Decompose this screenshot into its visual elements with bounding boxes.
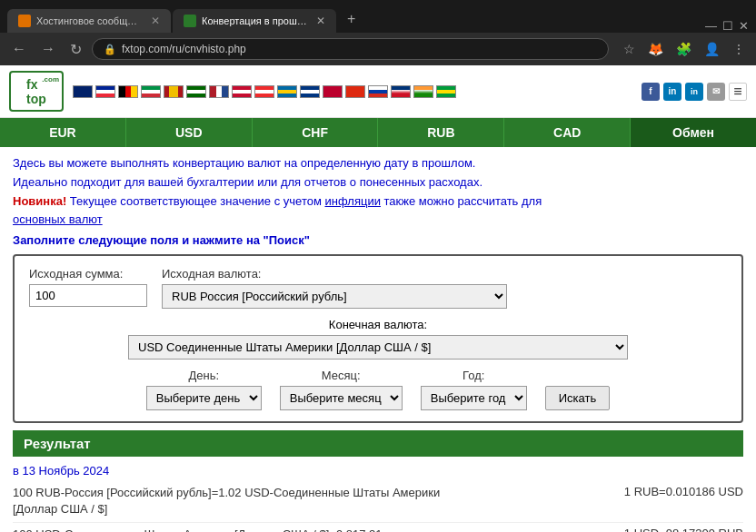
site-header: fxtop .com f in in ✉ xyxy=(0,65,756,118)
day-group: День: Выберите день xyxy=(146,369,262,410)
flag-en[interactable] xyxy=(73,85,93,98)
site-logo: fxtop .com xyxy=(9,71,64,112)
back-button[interactable]: ← xyxy=(7,39,31,59)
result-2-right: 1 USD=98.17309 RUB xyxy=(624,527,743,532)
results-header: Результат xyxy=(13,430,743,457)
flag-no[interactable] xyxy=(254,85,274,98)
flag-pt[interactable] xyxy=(186,85,206,98)
tab-favicon-1 xyxy=(18,15,31,27)
result-row-2: 100 USD-Соединенные Штаты Америки [Долла… xyxy=(13,523,743,532)
nav-rub[interactable]: RUB xyxy=(378,118,504,147)
new-tab-button[interactable]: + xyxy=(338,5,364,33)
address-text: fxtop.com/ru/cnvhisto.php xyxy=(122,43,246,55)
forward-button[interactable]: → xyxy=(36,39,60,59)
social-icons: f in in ✉ ≡ xyxy=(642,83,747,101)
profile-icon[interactable]: 🦊 xyxy=(644,40,667,58)
info-line3-post: также можно рассчитать для xyxy=(384,194,542,208)
logo-sub: .com xyxy=(42,75,59,84)
flag-de[interactable] xyxy=(118,85,138,98)
flag-fi[interactable] xyxy=(300,85,320,98)
target-currency-group: Конечная валюта: USD Соединенные Штаты А… xyxy=(128,318,628,360)
email-icon[interactable]: ✉ xyxy=(707,83,725,101)
month-select[interactable]: Выберите месяц xyxy=(280,386,403,410)
extension-icon[interactable]: 🧩 xyxy=(672,40,695,58)
form-instruction: Заполните следующие поля и нажмите на "П… xyxy=(13,233,743,247)
info-line3: Новинка! Текущее соответствующее значени… xyxy=(13,192,743,212)
linkedin-icon[interactable]: in xyxy=(663,83,681,101)
close-button[interactable]: ✕ xyxy=(739,19,749,33)
reload-button[interactable]: ↻ xyxy=(65,39,86,60)
results-date: в 13 Ноябрь 2024 xyxy=(13,457,743,481)
year-group: Год: Выберите год xyxy=(421,369,527,410)
day-label: День: xyxy=(188,369,219,382)
flag-ru[interactable] xyxy=(368,85,388,98)
day-select[interactable]: Выберите день xyxy=(146,386,262,410)
nav-exchange[interactable]: Обмен xyxy=(631,118,756,147)
facebook-icon[interactable]: f xyxy=(642,83,660,101)
basic-currencies-line: основных валют xyxy=(13,211,743,230)
flag-in[interactable] xyxy=(413,85,433,98)
flag-es[interactable] xyxy=(164,85,184,98)
twitter-icon[interactable]: in xyxy=(685,83,703,101)
flag-nl[interactable] xyxy=(209,85,229,98)
source-currency-group: Исходная валюта: RUB Россия [Российский … xyxy=(162,267,727,309)
nav-cad[interactable]: CAD xyxy=(504,118,631,147)
year-label: Год: xyxy=(463,369,484,382)
tab-1-close[interactable]: ✕ xyxy=(151,15,160,27)
flag-kr[interactable] xyxy=(391,85,411,98)
month-label: Месяц: xyxy=(322,369,361,382)
nav-usd[interactable]: USD xyxy=(126,118,253,147)
source-amount-group: Исходная сумма: xyxy=(29,267,147,307)
inflation-link[interactable]: инфляции xyxy=(324,194,380,208)
nav-bar: ← → ↻ 🔒 fxtop.com/ru/cnvhisto.php ☆ 🦊 🧩 … xyxy=(0,33,756,65)
nav-icons: ☆ 🦊 🧩 👤 ⋮ xyxy=(620,40,749,58)
novinka-label: Новинка! xyxy=(13,194,66,208)
maximize-button[interactable]: ☐ xyxy=(722,19,733,33)
target-currency-row: Конечная валюта: USD Соединенные Штаты А… xyxy=(29,318,727,360)
hamburger-icon[interactable]: ≡ xyxy=(729,83,747,101)
menu-icon[interactable]: ⋮ xyxy=(729,40,749,58)
page-content: fxtop .com f in in ✉ xyxy=(0,65,756,532)
main-content: Здесь вы можете выполнять конвертацию ва… xyxy=(0,147,756,532)
address-bar[interactable]: 🔒 fxtop.com/ru/cnvhisto.php xyxy=(92,38,609,60)
flag-dk[interactable] xyxy=(232,85,252,98)
flag-jp[interactable] xyxy=(323,85,343,98)
tab-2[interactable]: Конвертация в прошлом ✕ xyxy=(173,9,336,33)
flag-br[interactable] xyxy=(436,85,456,98)
flag-se[interactable] xyxy=(277,85,297,98)
nav-eur[interactable]: EUR xyxy=(0,118,126,147)
year-select[interactable]: Выберите год xyxy=(421,386,527,410)
form-row-1: Исходная сумма: Исходная валюта: RUB Рос… xyxy=(29,267,727,309)
info-line2: Идеально подходит для вашей бухгалтерии … xyxy=(13,173,743,192)
flag-cn[interactable] xyxy=(345,85,365,98)
tab-1[interactable]: Хостинговое сообщество «Ti… ✕ xyxy=(7,9,171,33)
search-button[interactable]: Искать xyxy=(545,386,611,410)
result-row-1: 100 RUB-Россия [Российский рубль]=1.02 U… xyxy=(13,481,743,522)
flags-row xyxy=(73,85,636,98)
bookmark-icon[interactable]: ☆ xyxy=(620,40,639,58)
source-amount-label: Исходная сумма: xyxy=(29,267,147,281)
info-line3-pre: Текущее соответствующее значение с учето… xyxy=(70,194,325,208)
date-row: День: Выберите день Месяц: Выберите меся… xyxy=(29,369,727,410)
source-currency-select[interactable]: RUB Россия [Российский рубль] USD Соедин… xyxy=(162,284,507,309)
result-1-left: 100 RUB-Россия [Российский рубль]=1.02 U… xyxy=(13,485,467,517)
source-amount-input[interactable] xyxy=(29,284,147,307)
result-2-left: 100 USD-Соединенные Штаты Америки [Долла… xyxy=(13,527,383,532)
nav-menu: EUR USD CHF RUB CAD Обмен xyxy=(0,118,756,147)
minimize-button[interactable]: — xyxy=(705,19,717,33)
target-currency-select[interactable]: USD Соединенные Штаты Америки [Доллар СШ… xyxy=(128,335,628,360)
tab-bar: Хостинговое сообщество «Ti… ✕ Конвертаци… xyxy=(0,0,756,33)
basic-currencies-link[interactable]: основных валют xyxy=(13,212,103,226)
flag-it[interactable] xyxy=(141,85,161,98)
info-block: Здесь вы можете выполнять конвертацию ва… xyxy=(13,154,743,230)
user-icon[interactable]: 👤 xyxy=(701,40,723,58)
nav-chf[interactable]: CHF xyxy=(253,118,379,147)
target-currency-label: Конечная валюта: xyxy=(329,318,427,331)
browser-chrome: Хостинговое сообщество «Ti… ✕ Конвертаци… xyxy=(0,0,756,65)
conversion-form: Исходная сумма: Исходная валюта: RUB Рос… xyxy=(13,254,743,423)
tab-2-close[interactable]: ✕ xyxy=(316,15,325,27)
tab-2-label: Конвертация в прошлом xyxy=(202,15,307,26)
flag-fr[interactable] xyxy=(95,85,115,98)
source-currency-label: Исходная валюта: xyxy=(162,267,727,281)
result-1-right: 1 RUB=0.010186 USD xyxy=(624,485,743,498)
